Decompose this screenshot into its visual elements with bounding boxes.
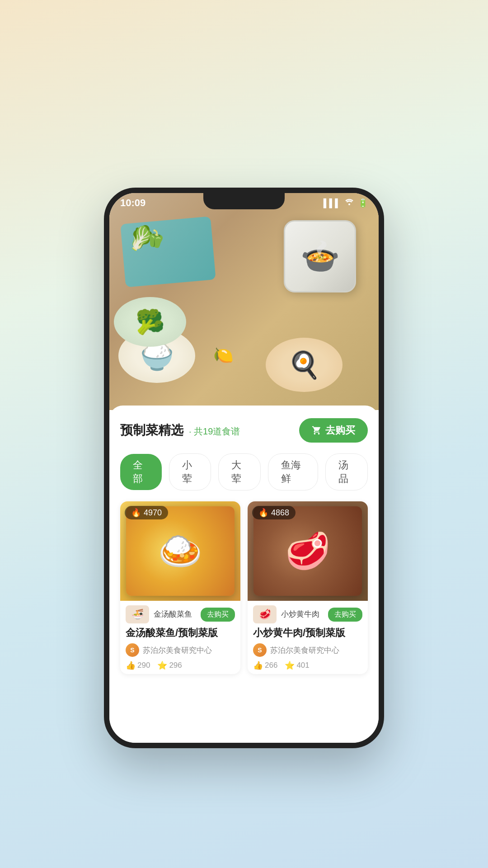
tab-all[interactable]: 全部 bbox=[120, 454, 162, 490]
recipe-author-row-1: S 苏泊尔美食研究中心 bbox=[120, 643, 240, 660]
food-scene: 🥬 🫑 🍚 🥦 🍳 🍲 🍋 bbox=[109, 193, 379, 410]
recipe-grid: 🍛 🔥 4970 🍜 金汤酸菜鱼 去购买 金汤 bbox=[120, 501, 368, 674]
recipe-image-1: 🍛 🔥 4970 bbox=[120, 501, 240, 601]
recipe-thumb-info-1: 金汤酸菜鱼 bbox=[154, 609, 196, 619]
recipe-title-1: 金汤酸菜鱼/预制菜版 bbox=[120, 626, 240, 643]
badge-count-2: 4868 bbox=[271, 508, 289, 518]
recipe-thumb-row-1: 🍜 金汤酸菜鱼 去购买 bbox=[120, 601, 240, 626]
status-time: 10:09 bbox=[120, 197, 145, 209]
recipe-badge-1: 🔥 4970 bbox=[125, 506, 168, 519]
fav-icon-1: ⭐ bbox=[157, 660, 167, 670]
title-group: 预制菜精选 · 共19道食谱 bbox=[120, 422, 240, 439]
recipe-thumb-img-1: 🍜 bbox=[126, 605, 149, 623]
status-icons: ▌▌▌ 🔋 bbox=[324, 198, 368, 208]
author-avatar-1: S bbox=[126, 643, 139, 657]
recipe-stats-row-1: 👍 290 ⭐ 296 bbox=[120, 660, 240, 674]
cart-icon bbox=[312, 425, 322, 435]
section-title: 预制菜精选 bbox=[120, 422, 183, 439]
content-area: 预制菜精选 · 共19道食谱 去购买 全部 小荤 大荤 鱼海鲜 汤品 bbox=[109, 406, 379, 743]
recipe-stats-row-2: 👍 266 ⭐ 401 bbox=[248, 660, 368, 674]
recipe-thumb-row-2: 🥩 小炒黄牛肉 去购买 bbox=[248, 601, 368, 626]
recipe-stats-2: 👍 266 ⭐ 401 bbox=[253, 660, 310, 670]
like-count-1: 290 bbox=[137, 661, 150, 670]
svg-point-0 bbox=[348, 203, 350, 205]
recipe-stats-1: 👍 290 ⭐ 296 bbox=[126, 660, 182, 670]
category-tabs: 全部 小荤 大荤 鱼海鲜 汤品 bbox=[120, 453, 368, 491]
recipe-title-2: 小炒黄牛肉/预制菜版 bbox=[248, 626, 368, 643]
cooking-appliance: 🍲 bbox=[275, 211, 365, 302]
author-name-1: 苏泊尔美食研究中心 bbox=[143, 645, 235, 656]
fav-count-2: 401 bbox=[296, 661, 309, 670]
like-count-2: 266 bbox=[265, 661, 277, 670]
favs-1: ⭐ 296 bbox=[157, 660, 182, 670]
fire-icon-1: 🔥 bbox=[131, 508, 141, 518]
likes-1: 👍 290 bbox=[126, 660, 150, 670]
phone-notch bbox=[203, 193, 285, 209]
likes-2: 👍 266 bbox=[253, 660, 277, 670]
fav-icon-2: ⭐ bbox=[285, 660, 295, 670]
author-name-2: 苏泊尔美食研究中心 bbox=[270, 645, 362, 656]
thumb-name-1: 金汤酸菜鱼 bbox=[154, 609, 196, 619]
recipe-author-row-2: S 苏泊尔美食研究中心 bbox=[248, 643, 368, 660]
tab-dahun[interactable]: 大荤 bbox=[218, 453, 261, 491]
recipe-card-2[interactable]: 🥩 🔥 4868 🥩 小炒黄牛肉 去购买 小炒 bbox=[248, 501, 368, 674]
wifi-icon bbox=[344, 198, 354, 208]
appliance-body: 🍲 bbox=[284, 220, 356, 292]
thumb-name-2: 小炒黄牛肉 bbox=[281, 609, 324, 619]
tab-fish[interactable]: 鱼海鲜 bbox=[268, 453, 318, 491]
battery-icon: 🔋 bbox=[358, 198, 368, 208]
author-avatar-2: S bbox=[253, 643, 267, 657]
buy-all-button[interactable]: 去购买 bbox=[299, 418, 368, 443]
content-header: 预制菜精选 · 共19道食谱 去购买 bbox=[120, 418, 368, 443]
recipe-card-1[interactable]: 🍛 🔥 4970 🍜 金汤酸菜鱼 去购买 金汤 bbox=[120, 501, 240, 674]
recipe-badge-2: 🔥 4868 bbox=[252, 506, 296, 519]
like-icon-2: 👍 bbox=[253, 660, 263, 670]
favs-2: ⭐ 401 bbox=[285, 660, 309, 670]
phone-frame: 10:09 ▌▌▌ 🔋 🥬 bbox=[104, 188, 384, 748]
recipe-purchase-btn-2[interactable]: 去购买 bbox=[328, 608, 362, 622]
badge-count-1: 4970 bbox=[144, 508, 162, 518]
section-count: · 共19道食谱 bbox=[189, 425, 240, 438]
recipe-purchase-btn-1[interactable]: 去购买 bbox=[201, 608, 235, 622]
tab-xiaohun[interactable]: 小荤 bbox=[169, 453, 211, 491]
recipe-thumb-img-2: 🥩 bbox=[253, 605, 277, 623]
fire-icon-2: 🔥 bbox=[258, 508, 268, 518]
like-icon-1: 👍 bbox=[126, 660, 136, 670]
recipe-thumb-info-2: 小炒黄牛肉 bbox=[281, 609, 324, 619]
hero-image: 🥬 🫑 🍚 🥦 🍳 🍲 🍋 bbox=[109, 193, 379, 410]
signal-icon: ▌▌▌ bbox=[324, 198, 341, 208]
fav-count-1: 296 bbox=[169, 661, 182, 670]
tab-soup[interactable]: 汤品 bbox=[325, 453, 368, 491]
recipe-image-2: 🥩 🔥 4868 bbox=[248, 501, 368, 601]
